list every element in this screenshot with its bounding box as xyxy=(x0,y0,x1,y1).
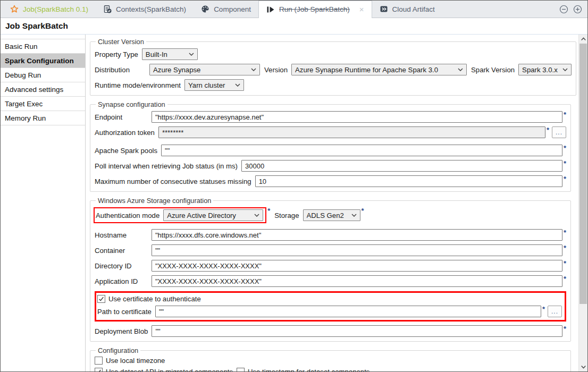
chevron-down-icon xyxy=(581,365,586,369)
cloud-artifact-icon xyxy=(380,5,388,13)
deployment-blob-label: Deployment Blob xyxy=(95,327,148,335)
sidebar-item-advanced-settings[interactable]: Advanced settings xyxy=(1,82,85,97)
container-label: Container xyxy=(95,247,148,255)
path-to-certificate-label: Path to certificate xyxy=(97,308,152,316)
version-select[interactable]: Azure Synapse Runtime for Apache Spark 3… xyxy=(291,64,467,75)
chevron-up-icon xyxy=(581,37,586,41)
hostname-input[interactable] xyxy=(152,229,562,241)
chevron-down-icon xyxy=(251,68,256,71)
tab-run-label: Run (Job SparkBatch) xyxy=(279,5,350,13)
view-tab-bar: Job(SparkBatch 0.1) Contexts(SparkBatch) xyxy=(1,1,587,18)
check-icon xyxy=(96,369,102,371)
path-to-certificate-input[interactable] xyxy=(155,306,541,317)
chevron-down-icon xyxy=(562,68,568,71)
component-palette-icon xyxy=(201,5,209,13)
distribution-select[interactable]: Azure Synapse xyxy=(149,64,260,75)
max-statuses-missing-input[interactable] xyxy=(255,175,562,187)
storage-select[interactable]: ADLS Gen2 xyxy=(303,209,360,221)
check-icon xyxy=(98,296,104,302)
required-marker: * xyxy=(564,259,566,267)
application-id-label: Application ID xyxy=(95,277,148,285)
storage-label: Storage xyxy=(274,212,299,219)
spark-version-select[interactable]: Spark 3.0.x xyxy=(518,64,572,75)
job-title-bar: Job SparkBatch xyxy=(1,18,587,35)
maximize-icon[interactable] xyxy=(573,5,582,14)
runtime-mode-select[interactable]: Yarn cluster xyxy=(184,79,244,91)
cluster-version-group: Cluster Version Property Type Built-In D… xyxy=(90,38,576,96)
spark-configuration-panel: Cluster Version Property Type Built-In D… xyxy=(86,35,578,371)
chevron-down-icon xyxy=(458,68,463,71)
required-marker: * xyxy=(564,275,566,283)
run-icon xyxy=(266,5,275,14)
tab-job[interactable]: Job(SparkBatch 0.1) xyxy=(3,1,96,18)
tabbar-controls xyxy=(559,1,587,18)
authentication-mode-select[interactable]: Azure Active Directory xyxy=(163,209,263,221)
endpoint-input[interactable] xyxy=(152,111,562,123)
tab-component[interactable]: Component xyxy=(194,1,258,18)
directory-id-input[interactable] xyxy=(152,260,562,272)
sidebar-item-basic-run[interactable]: Basic Run xyxy=(1,39,85,54)
container-input[interactable] xyxy=(152,244,562,256)
vertical-scrollbar[interactable] xyxy=(578,35,587,371)
sidebar-item-target-exec[interactable]: Target Exec xyxy=(1,97,85,111)
spark-version-label: Spark Version xyxy=(471,66,515,74)
application-id-input[interactable] xyxy=(152,275,562,287)
close-icon[interactable]: × xyxy=(359,5,364,13)
chevron-down-icon xyxy=(189,53,194,56)
use-dataset-api-checkbox[interactable] xyxy=(95,368,103,371)
run-view-sidebar: Basic Run Spark Configuration Debug Run … xyxy=(1,35,86,371)
apache-spark-pools-input[interactable] xyxy=(161,145,562,156)
property-type-select[interactable]: Built-In xyxy=(142,48,198,60)
synapse-configuration-legend: Synapse configuration xyxy=(96,100,167,108)
required-marker: * xyxy=(564,159,566,167)
minimize-icon[interactable] xyxy=(559,5,568,14)
use-timestamp-checkbox[interactable] xyxy=(237,368,245,371)
hostname-label: Hostname xyxy=(95,231,148,239)
scroll-up-button[interactable] xyxy=(579,35,587,44)
runtime-mode-label: Runtime mode/environment xyxy=(95,81,181,89)
authorization-token-input[interactable] xyxy=(158,126,545,138)
required-marker: * xyxy=(267,207,270,215)
cluster-version-legend: Cluster Version xyxy=(96,38,146,46)
configuration-legend: Configuration xyxy=(96,346,140,354)
tab-job-label: Job(SparkBatch 0.1) xyxy=(23,5,88,13)
page-title: Job SparkBatch xyxy=(5,21,68,31)
app-window: Job(SparkBatch 0.1) Contexts(SparkBatch) xyxy=(0,0,588,372)
use-certificate-label: Use certificate to authenticate xyxy=(108,295,201,303)
azure-storage-configuration-legend: Windows Azure Storage configuration xyxy=(96,197,213,205)
poll-interval-label: Poll interval when retrieving Job status… xyxy=(95,162,238,170)
use-certificate-checkbox[interactable] xyxy=(97,295,105,303)
use-local-timezone-label: Use local timezone xyxy=(106,357,165,365)
scrollbar-thumb[interactable] xyxy=(579,44,587,304)
required-marker: * xyxy=(564,229,566,236)
chevron-down-icon xyxy=(254,214,259,217)
sidebar-item-debug-run[interactable]: Debug Run xyxy=(1,68,85,82)
configuration-group: Configuration Use local timezone Use dat… xyxy=(90,346,571,371)
directory-id-label: Directory ID xyxy=(95,262,148,270)
star-icon xyxy=(10,5,19,13)
required-marker: * xyxy=(564,325,566,333)
chevron-down-icon xyxy=(351,214,357,217)
path-to-certificate-browse-button[interactable]: ... xyxy=(548,306,562,317)
tab-component-label: Component xyxy=(214,5,251,13)
sidebar-item-spark-configuration[interactable]: Spark Configuration xyxy=(1,54,85,68)
use-local-timezone-checkbox[interactable] xyxy=(95,357,103,365)
endpoint-label: Endpoint xyxy=(95,113,148,121)
distribution-label: Distribution xyxy=(95,66,146,74)
tab-run[interactable]: Run (Job SparkBatch) × xyxy=(258,1,372,18)
tab-contexts[interactable]: Contexts(SparkBatch) xyxy=(96,1,194,18)
authorization-token-label: Authorization token xyxy=(95,129,155,137)
poll-interval-input[interactable] xyxy=(241,160,562,172)
sidebar-item-memory-run[interactable]: Memory Run xyxy=(1,111,85,125)
required-marker: * xyxy=(547,126,549,134)
authorization-token-browse-button[interactable]: ... xyxy=(552,126,566,138)
tab-contexts-label: Contexts(SparkBatch) xyxy=(116,5,186,13)
tab-cloud-artifact[interactable]: Cloud Artifact xyxy=(372,1,442,18)
required-marker: * xyxy=(564,144,566,152)
required-marker: * xyxy=(564,244,566,252)
synapse-configuration-group: Synapse configuration Endpoint * Authori… xyxy=(90,100,571,192)
scroll-down-button[interactable] xyxy=(579,362,587,371)
deployment-blob-input[interactable] xyxy=(152,325,562,337)
required-marker: * xyxy=(564,175,566,183)
required-marker: * xyxy=(362,207,364,215)
